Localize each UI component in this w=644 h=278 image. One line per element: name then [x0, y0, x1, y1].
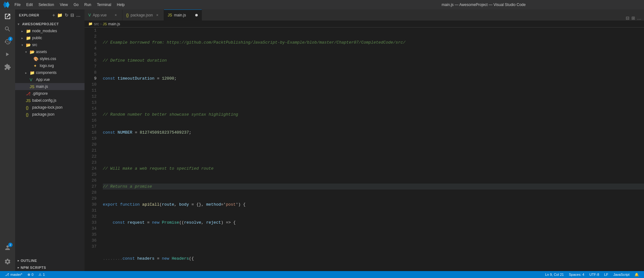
breadcrumb-file-icon: JS — [103, 22, 107, 26]
editor-layout-icon[interactable]: ⊞ — [631, 15, 635, 21]
ln-20: 20 — [85, 142, 97, 148]
tab-main-js-label: main.js — [174, 13, 186, 17]
code-line-11: const request = new Promise((resolve, re… — [103, 220, 644, 226]
ln-23: 23 — [85, 160, 97, 166]
code-line-1: // Example borrowed from: https://github… — [103, 39, 644, 45]
code-content[interactable]: // Example borrowed from: https://github… — [100, 27, 644, 271]
folder-icon: 📁 — [26, 29, 31, 33]
status-right: Ln 9, Col 21 Spaces: 4 UTF-8 LF JavaScri… — [542, 273, 641, 277]
extensions-icon[interactable] — [2, 61, 13, 73]
code-line-6: const NUMBER = 81274509182375409237; — [103, 130, 644, 136]
line-numbers: 1 2 3 4 5 6 7 8 9 10 11 12 13 14 15 16 1… — [85, 27, 100, 271]
ln-15: 15 — [85, 112, 97, 118]
components-arrow: ▸ — [25, 71, 29, 75]
ln-34: 34 — [85, 226, 97, 232]
menu-go[interactable]: Go — [71, 2, 81, 8]
tab-app-vue[interactable]: V App.vue × — [85, 9, 122, 21]
menu-selection[interactable]: Selection — [36, 2, 56, 8]
tree-package-json[interactable]: ▸ {} package.json — [15, 111, 85, 118]
tree-public[interactable]: ▸ 📁 public — [15, 34, 85, 41]
settings-icon[interactable] — [2, 256, 13, 267]
tree-logo-svg[interactable]: ▸ ✦ logo.svg — [15, 62, 85, 69]
new-folder-icon[interactable]: 📁 — [57, 13, 63, 18]
split-editor-icon[interactable]: ⊟ — [626, 15, 629, 21]
code-line-12 — [103, 238, 644, 244]
menu-file[interactable]: File — [12, 2, 23, 8]
notifications-status[interactable]: 🔔 — [632, 273, 641, 277]
gitignore-label: .gitignore — [32, 91, 85, 96]
code-editor[interactable]: 1 2 3 4 5 6 7 8 9 10 11 12 13 14 15 16 1… — [85, 27, 644, 271]
run-debug-icon[interactable] — [2, 49, 13, 60]
tree-src[interactable]: ▾ 📂 src — [15, 41, 85, 48]
node-modules-label: node_modules — [32, 29, 85, 33]
menu-terminal[interactable]: Terminal — [94, 2, 114, 8]
babel-label: babel.config.js — [32, 98, 85, 103]
tree-main-js[interactable]: ▸ JS main.js — [15, 83, 85, 90]
breadcrumb-main-js[interactable]: main.js — [108, 22, 120, 26]
cursor-pos-label: Ln 9, Col 21 — [545, 273, 564, 276]
ln-28: 28 — [85, 190, 97, 196]
explorer-icon[interactable] — [2, 11, 13, 22]
git-branch-icon: ⎇ — [5, 273, 9, 277]
cursor-position-status[interactable]: Ln 9, Col 21 — [542, 273, 566, 276]
tree-components[interactable]: ▸ 📁 components — [15, 69, 85, 76]
tab-package-json-close[interactable]: × — [155, 13, 160, 18]
menu-edit[interactable]: Edit — [24, 2, 35, 8]
tree-root[interactable]: ▾ AWESOMEPROJECT — [15, 21, 85, 27]
outline-label: OUTLINE — [21, 259, 37, 263]
search-activity-icon[interactable] — [2, 23, 13, 35]
vue-file-icon: V — [30, 77, 35, 82]
more-tab-actions-icon[interactable]: … — [637, 15, 641, 21]
components-label: components — [36, 70, 85, 75]
app-vue-label: App.vue — [36, 77, 85, 82]
root-arrow: ▾ — [18, 22, 21, 26]
public-label: public — [32, 36, 85, 40]
tree-assets[interactable]: ▾ 📂 assets — [15, 48, 85, 55]
editor-area: V App.vue × {} package.json × JS main.js… — [85, 9, 644, 271]
git-file-icon: ⎇ — [26, 91, 31, 96]
tree-gitignore[interactable]: ▸ ⎇ .gitignore — [15, 90, 85, 97]
more-actions-icon[interactable]: … — [76, 13, 81, 18]
ln-1: 1 — [85, 27, 97, 33]
tab-app-vue-close[interactable]: × — [113, 13, 118, 18]
language-mode-status[interactable]: JavaScript — [611, 273, 632, 276]
tree-app-vue[interactable]: ▸ V App.vue — [15, 76, 85, 83]
ln-10: 10 — [85, 82, 97, 88]
collapse-all-icon[interactable]: ⊟ — [70, 13, 74, 18]
warnings-count-label: 1 — [43, 273, 45, 276]
code-line-5: // Random number to better showcase synt… — [103, 112, 644, 118]
tree-package-lock[interactable]: ▸ {} package-lock.json — [15, 104, 85, 111]
sidebar-header-icons: + 📁 ↻ ⊟ … — [52, 13, 81, 18]
menu-help[interactable]: Help — [114, 2, 127, 8]
menu-run[interactable]: Run — [82, 2, 94, 8]
ln-21: 21 — [85, 148, 97, 154]
outline-panel-header[interactable]: ▸ OUTLINE — [15, 257, 85, 264]
refresh-icon[interactable]: ↻ — [65, 13, 69, 18]
tree-styles-css[interactable]: ▸ 🎨 styles.css — [15, 55, 85, 62]
tab-package-json[interactable]: {} package.json × — [122, 9, 164, 21]
tree-node-modules[interactable]: ▸ 📁 node_modules — [15, 27, 85, 34]
ln-3: 3 — [85, 39, 97, 45]
breadcrumb-src[interactable]: src — [94, 22, 99, 26]
ln-18: 18 — [85, 130, 97, 136]
errors-status[interactable]: ⊗ 0 — [25, 271, 36, 278]
indent-status[interactable]: Spaces: 4 — [566, 273, 587, 276]
encoding-status[interactable]: UTF-8 — [587, 273, 602, 276]
package-lock-label: package-lock.json — [32, 105, 85, 110]
css-file-icon: 🎨 — [33, 57, 38, 61]
js-file-icon: JS — [30, 84, 35, 89]
git-branch-label: master* — [10, 273, 22, 276]
accounts-icon[interactable]: 2 — [2, 242, 13, 253]
line-ending-status[interactable]: LF — [602, 273, 611, 276]
assets-arrow: ▾ — [25, 50, 29, 54]
ln-31: 31 — [85, 208, 97, 214]
tree-babel-config[interactable]: ▸ JS babel.config.js — [15, 97, 85, 104]
warnings-status[interactable]: ⚠ 1 — [36, 271, 47, 278]
menu-view[interactable]: View — [57, 2, 70, 8]
npm-scripts-panel-header[interactable]: ▸ NPM SCRIPTS — [15, 264, 85, 271]
git-branch-status[interactable]: ⎇ master* — [3, 271, 25, 278]
new-file-icon[interactable]: + — [52, 13, 55, 18]
node-modules-arrow: ▸ — [21, 29, 25, 33]
tab-main-js[interactable]: JS main.js — [164, 9, 202, 21]
source-control-icon[interactable]: 2 — [2, 36, 13, 47]
